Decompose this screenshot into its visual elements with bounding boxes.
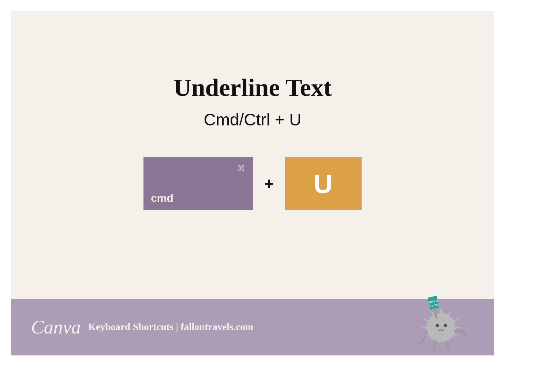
svg-line-5 xyxy=(425,319,428,321)
shortcut-card: Underline Text Cmd/Ctrl + U ⌘ cmd + U Ca… xyxy=(11,11,494,355)
cmd-key: ⌘ cmd xyxy=(143,157,253,210)
u-key-label: U xyxy=(314,169,333,199)
u-key: U xyxy=(285,157,362,210)
svg-point-11 xyxy=(444,324,447,327)
keys-row: ⌘ cmd + U xyxy=(11,157,494,210)
plus-symbol: + xyxy=(264,175,274,193)
svg-line-4 xyxy=(454,319,458,321)
svg-point-0 xyxy=(426,313,456,342)
canva-logo: Canva xyxy=(31,316,81,338)
cmd-key-label: cmd xyxy=(151,192,173,204)
command-icon: ⌘ xyxy=(237,164,245,173)
mascot-icon: World of Canva xyxy=(410,294,472,353)
svg-line-3 xyxy=(432,312,434,315)
svg-line-8 xyxy=(454,334,458,336)
footer-bar: Canva Keyboard Shortcuts | fallontravels… xyxy=(11,299,494,355)
shortcut-subtitle: Cmd/Ctrl + U xyxy=(11,110,494,129)
shortcut-title: Underline Text xyxy=(11,73,494,102)
page-container: Underline Text Cmd/Ctrl + U ⌘ cmd + U Ca… xyxy=(0,0,549,392)
svg-point-10 xyxy=(436,324,439,327)
svg-line-2 xyxy=(448,312,451,315)
footer-text: Keyboard Shortcuts | fallontravels.com xyxy=(88,321,253,333)
